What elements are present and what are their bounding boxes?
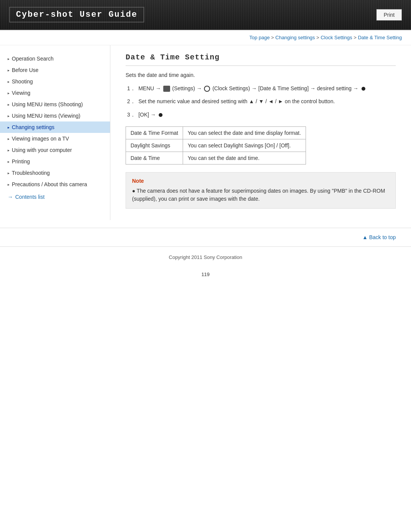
sidebar-arrow-icon: ▸ [8,171,10,175]
sidebar-item-label: Printing [12,158,30,165]
intro-text: Sets the date and time again. [126,72,396,78]
sidebar-item-label: Viewing images on a TV [12,136,69,142]
sidebar-item-printing[interactable]: ▸Printing [0,156,110,167]
sidebar: ▸Operation Search▸Before Use▸Shooting▸Vi… [0,45,110,220]
table-cell-label: Date & Time [126,152,183,165]
back-to-top-bar: Back to top [0,228,411,246]
page-title: Date & Time Setting [126,53,396,66]
table-row: Date & TimeYou can set the date and time… [126,152,306,165]
sidebar-arrow-icon: ▸ [8,80,10,84]
sidebar-arrow-icon: ▸ [8,114,10,118]
sidebar-item-operation-search[interactable]: ▸Operation Search [0,53,110,64]
contents-list-label: Contents list [15,194,45,200]
step-2-text: Set the numeric value and desired settin… [139,98,335,104]
sidebar-item-shooting[interactable]: ▸Shooting [0,76,110,87]
info-table: Date & Time FormatYou can select the dat… [126,126,306,165]
sidebar-item-label: Troubleshooting [12,170,50,176]
sidebar-arrow-icon: ▸ [8,160,10,164]
table-cell-label: Date & Time Format [126,127,183,139]
sidebar-item-troubleshooting[interactable]: ▸Troubleshooting [0,167,110,179]
sidebar-item-label: Using MENU items (Viewing) [12,113,80,119]
sidebar-item-label: Operation Search [12,56,54,62]
bullet-icon-3 [159,113,162,117]
footer: Copyright 2011 Sony Corporation [0,246,411,268]
sidebar-item-using-computer[interactable]: ▸Using with your computer [0,144,110,156]
main-layout: ▸Operation Search▸Before Use▸Shooting▸Vi… [0,45,411,220]
back-to-top-link[interactable]: Back to top [362,234,396,240]
sidebar-arrow-icon: ▸ [8,102,10,107]
page-number: 119 [0,268,411,281]
breadcrumb-changing-settings[interactable]: Changing settings [276,35,315,40]
note-title: Note [132,178,389,184]
step-1: 1． MENU → (Settings) → (Clock Settings) … [126,84,396,93]
bullet-icon-1 [362,87,365,91]
app-title: Cyber-shot User Guide [9,7,144,22]
sidebar-item-label: Using MENU items (Shooting) [12,101,83,107]
sidebar-arrow-icon: ▸ [8,148,10,152]
sidebar-item-using-menu-viewing[interactable]: ▸Using MENU items (Viewing) [0,110,110,121]
settings-icon [163,86,170,92]
contents-list-link[interactable]: → Contents list [0,190,110,204]
breadcrumb-top-page[interactable]: Top page [249,35,270,40]
arrow-right-icon: → [8,194,13,200]
table-cell-value: You can select the date and time display… [183,127,306,139]
breadcrumb-clock-settings[interactable]: Clock Settings [320,35,352,40]
sidebar-item-changing-settings[interactable]: ▸Changing settings [0,121,110,133]
sidebar-item-label: Before Use [12,67,38,73]
sidebar-item-viewing[interactable]: ▸Viewing [0,87,110,99]
table-row: Date & Time FormatYou can select the dat… [126,127,306,139]
sidebar-arrow-icon: ▸ [8,68,10,72]
sidebar-arrow-icon: ▸ [8,137,10,141]
sidebar-item-label: Viewing [12,90,30,96]
main-content: Date & Time Setting Sets the date and ti… [110,45,411,220]
table-row: Daylight SavingsYou can select Daylight … [126,139,306,152]
breadcrumb: Top page > Changing settings > Clock Set… [0,30,411,45]
step-2: 2． Set the numeric value and desired set… [126,97,396,105]
table-cell-value: You can set the date and time. [183,152,306,165]
sidebar-arrow-icon: ▸ [8,57,10,61]
table-cell-label: Daylight Savings [126,139,183,152]
sidebar-item-label: Shooting [12,78,33,85]
sidebar-item-label: Precautions / About this camera [12,181,87,187]
sidebar-arrow-icon: ▸ [8,91,10,95]
sidebar-arrow-icon: ▸ [8,182,10,187]
breadcrumb-date-time[interactable]: Date & Time Setting [358,35,402,40]
note-content: The camera does not have a feature for s… [132,187,389,203]
sidebar-item-precautions[interactable]: ▸Precautions / About this camera [0,179,110,190]
copyright-text: Copyright 2011 Sony Corporation [169,254,242,260]
sidebar-item-before-use[interactable]: ▸Before Use [0,64,110,76]
sidebar-item-using-menu-shooting[interactable]: ▸Using MENU items (Shooting) [0,99,110,110]
clock-icon [204,86,210,92]
sidebar-arrow-icon: ▸ [8,125,10,129]
table-cell-value: You can select Daylight Savings [On] / [… [183,139,306,152]
sidebar-item-viewing-images-tv[interactable]: ▸Viewing images on a TV [0,133,110,144]
step-3: 3． [OK] → [126,110,396,119]
sidebar-item-label: Changing settings [12,124,54,130]
note-box: Note The camera does not have a feature … [126,172,396,209]
sidebar-item-label: Using with your computer [12,147,72,153]
header: Cyber-shot User Guide Print [0,0,411,30]
print-button[interactable]: Print [376,9,402,21]
